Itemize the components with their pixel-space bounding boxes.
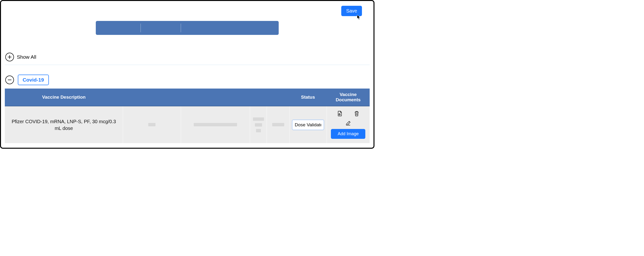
- view-document-icon: [337, 111, 343, 116]
- th-col2: [123, 88, 181, 106]
- cell-col5: [267, 106, 289, 143]
- show-all-row: Show All: [5, 52, 370, 65]
- show-all-label: Show All: [17, 54, 36, 60]
- table-header-row: Vaccine Description Status Vaccine Docum…: [5, 88, 370, 106]
- edit-icon: [345, 120, 351, 126]
- expand-all-button[interactable]: [5, 53, 14, 61]
- trash-icon: [354, 111, 360, 116]
- top-actions-row: Save: [5, 5, 370, 16]
- section-header-row: Covid-19: [5, 65, 370, 88]
- minus-icon: [7, 78, 12, 82]
- cell-col4: [250, 106, 267, 143]
- cell-col2: [123, 106, 181, 143]
- delete-button[interactable]: [354, 111, 360, 116]
- redacted-text: [194, 123, 237, 126]
- save-button[interactable]: Save: [341, 6, 362, 16]
- banner-segment-1: [96, 24, 140, 32]
- th-description: Vaccine Description: [5, 88, 123, 106]
- view-document-button[interactable]: [337, 111, 343, 116]
- redacted-text: [148, 123, 156, 126]
- edit-button[interactable]: [345, 120, 351, 126]
- banner: [96, 21, 279, 35]
- cell-description: Pfizer COVID-19, mRNA, LNP-S, PF, 30 mcg…: [5, 106, 123, 143]
- cell-col3: [181, 106, 250, 143]
- banner-row: [5, 21, 370, 35]
- redacted-text: [255, 123, 262, 126]
- vaccine-table: Vaccine Description Status Vaccine Docum…: [5, 88, 370, 143]
- redacted-text: [253, 118, 264, 121]
- th-documents: Vaccine Documents: [326, 88, 370, 106]
- th-col3: [181, 88, 250, 106]
- table-row: Pfizer COVID-19, mRNA, LNP-S, PF, 30 mcg…: [5, 106, 370, 143]
- covid-19-pill[interactable]: Covid-19: [18, 74, 49, 85]
- redacted-text: [272, 123, 284, 126]
- status-input[interactable]: [292, 120, 324, 130]
- banner-divider: [181, 24, 181, 32]
- redacted-text: [256, 129, 261, 132]
- collapse-button[interactable]: [5, 76, 14, 84]
- th-col5: [267, 88, 289, 106]
- banner-segment-2: [141, 24, 181, 32]
- th-status: Status: [289, 88, 326, 106]
- th-col4: [250, 88, 267, 106]
- cell-documents: Add Image: [326, 106, 370, 143]
- plus-icon: [7, 54, 12, 60]
- cell-status: [289, 106, 326, 143]
- add-image-button[interactable]: Add Image: [331, 129, 365, 139]
